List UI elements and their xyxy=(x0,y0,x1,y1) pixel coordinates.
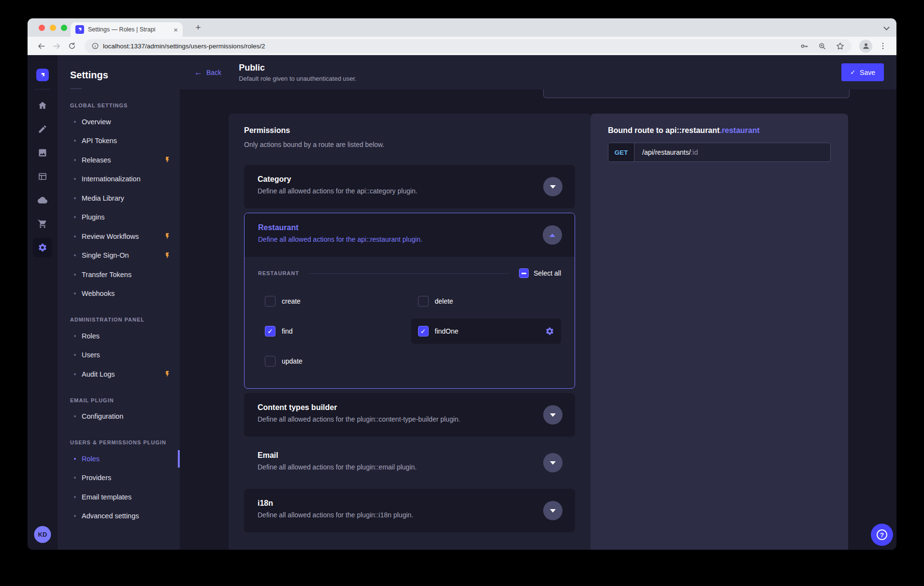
checkbox-findone[interactable] xyxy=(418,326,429,337)
accordion-header-i18n[interactable]: i18nDefine all allowed actions for the p… xyxy=(244,489,575,532)
bullet-icon xyxy=(74,293,76,294)
sidebar-item-media-library[interactable]: Media Library xyxy=(58,189,180,208)
sidebar-item-label: Single Sign-On xyxy=(82,251,129,259)
sidebar-item-users[interactable]: Users xyxy=(58,346,180,365)
permission-findone[interactable]: findOne xyxy=(411,319,562,344)
three-dots-icon xyxy=(879,42,887,50)
zoom-icon[interactable] xyxy=(818,42,827,51)
media-library-icon[interactable] xyxy=(33,143,52,162)
sidebar-item-providers[interactable]: Providers xyxy=(58,469,180,488)
bound-route-title: Bound route to api::restaurant.restauran… xyxy=(608,126,831,135)
accordion-toggle-button[interactable] xyxy=(543,453,563,472)
role-description-field[interactable] xyxy=(543,89,850,98)
caret-down-icon xyxy=(550,461,556,465)
select-all-checkbox[interactable] xyxy=(519,268,529,278)
accordion-header-category[interactable]: CategoryDefine all allowed actions for t… xyxy=(244,165,575,208)
bound-route-panel: Bound route to api::restaurant.restauran… xyxy=(591,114,848,550)
group-divider xyxy=(309,273,509,274)
accordion-description: Define all allowed actions for the api::… xyxy=(258,235,561,243)
sidebar-item-roles[interactable]: Roles xyxy=(58,326,180,346)
cloud-icon[interactable] xyxy=(33,190,52,210)
accordion-description: Define all allowed actions for the plugi… xyxy=(258,511,562,519)
forward-button[interactable] xyxy=(49,38,64,54)
sidebar-section-users-permissions-plugin: RolesProvidersEmail templatesAdvanced se… xyxy=(58,449,180,526)
sidebar-item-plugins[interactable]: Plugins xyxy=(58,208,180,227)
sidebar-item-review-workflows[interactable]: Review Workflows xyxy=(58,227,180,246)
rail-divider xyxy=(34,89,51,89)
accordion-header-email[interactable]: EmailDefine all allowed actions for the … xyxy=(244,441,575,484)
browser-profile-avatar[interactable] xyxy=(859,40,872,53)
back-button[interactable] xyxy=(33,38,49,54)
sidebar-item-transfer-tokens[interactable]: Transfer Tokens xyxy=(58,265,180,284)
sidebar-item-overview[interactable]: Overview xyxy=(58,112,180,132)
sidebar-item-releases[interactable]: Releases xyxy=(58,150,180,170)
accordion-toggle-button[interactable] xyxy=(543,501,563,520)
checkbox-update[interactable] xyxy=(265,356,275,366)
sidebar-item-email-templates[interactable]: Email templates xyxy=(58,487,180,507)
window-minimize-button[interactable] xyxy=(50,25,56,31)
permissions-title: Permissions xyxy=(244,126,575,135)
sidebar-item-single-sign-on[interactable]: Single Sign-On xyxy=(58,246,180,265)
accordion-toggle-button[interactable] xyxy=(543,177,563,196)
accordion-header-restaurant[interactable]: RestaurantDefine all allowed actions for… xyxy=(245,213,575,257)
sidebar-item-webhooks[interactable]: Webhooks xyxy=(58,284,180,304)
strapi-logo[interactable] xyxy=(36,69,49,81)
select-all-control[interactable]: Select all xyxy=(519,268,561,278)
info-icon[interactable] xyxy=(91,42,99,50)
bookmark-star-icon[interactable] xyxy=(836,42,845,51)
page-subtitle: Default role given to unauthenticated us… xyxy=(239,75,357,82)
bullet-icon xyxy=(74,121,76,123)
sidebar-item-internationalization[interactable]: Internationalization xyxy=(58,170,180,189)
sidebar-item-label: Audit Logs xyxy=(82,370,115,378)
window-zoom-button[interactable] xyxy=(61,25,67,31)
accordion-email: EmailDefine all allowed actions for the … xyxy=(244,441,575,484)
sidebar-item-label: Users xyxy=(82,351,100,359)
sidebar-item-roles[interactable]: Roles xyxy=(58,449,180,469)
settings-gear-icon[interactable] xyxy=(33,238,52,257)
sidebar-item-configuration[interactable]: Configuration xyxy=(58,407,180,426)
permission-settings-button[interactable] xyxy=(545,327,554,336)
save-button[interactable]: ✓ Save xyxy=(841,63,884,81)
sidebar-item-label: Releases xyxy=(82,156,111,164)
checkbox-find[interactable] xyxy=(265,326,275,337)
bound-route-api: api::restaurant xyxy=(665,126,720,134)
page-title: Public xyxy=(239,63,357,73)
url-bar[interactable]: localhost:1337/admin/settings/users-perm… xyxy=(85,39,852,53)
chevron-down-icon[interactable] xyxy=(884,25,889,29)
accordion-toggle-button[interactable] xyxy=(543,225,562,245)
accordion-header-content-types-builder[interactable]: Content types builderDefine all allowed … xyxy=(244,393,575,437)
back-link[interactable]: ← Back xyxy=(194,68,221,76)
checkbox-delete[interactable] xyxy=(418,296,429,307)
new-tab-button[interactable]: + xyxy=(192,21,204,34)
window-close-button[interactable] xyxy=(39,25,45,31)
url-text[interactable]: localhost:1337/admin/settings/users-perm… xyxy=(103,43,800,50)
marketplace-cart-icon[interactable] xyxy=(33,214,52,234)
permission-update[interactable]: update xyxy=(258,349,408,374)
main-area: ← Back Public Default role given to unau… xyxy=(180,55,896,550)
home-icon[interactable] xyxy=(33,96,52,115)
reload-button[interactable] xyxy=(64,38,80,54)
permission-find[interactable]: find xyxy=(258,319,408,344)
help-button[interactable]: ? xyxy=(871,524,893,546)
permission-create[interactable]: create xyxy=(258,289,408,314)
user-avatar[interactable]: KD xyxy=(34,526,51,543)
bullet-icon xyxy=(74,140,76,142)
content-type-builder-icon[interactable] xyxy=(33,167,52,186)
sidebar-item-audit-logs[interactable]: Audit Logs xyxy=(58,365,180,384)
tab-close-icon[interactable]: × xyxy=(173,26,178,33)
content-manager-icon[interactable] xyxy=(33,119,52,139)
accordion-toggle-button[interactable] xyxy=(543,405,563,425)
accordion-title: Restaurant xyxy=(258,223,561,232)
route-path-main: /api/restaurants/ xyxy=(642,148,691,156)
sidebar-item-advanced-settings[interactable]: Advanced settings xyxy=(58,507,180,526)
accordion-description: Define all allowed actions for the plugi… xyxy=(258,463,562,471)
browser-window: Settings — Roles | Strapi × + localhost:… xyxy=(28,18,896,550)
browser-menu-button[interactable] xyxy=(875,38,891,54)
browser-tab[interactable]: Settings — Roles | Strapi × xyxy=(71,22,183,37)
permission-delete[interactable]: delete xyxy=(411,289,562,314)
sidebar-item-api-tokens[interactable]: API Tokens xyxy=(58,132,180,151)
password-key-icon[interactable] xyxy=(800,42,809,51)
nav-rail: KD xyxy=(28,55,58,550)
sidebar-section-label: EMAIL PLUGIN xyxy=(70,397,180,403)
checkbox-create[interactable] xyxy=(265,296,275,307)
